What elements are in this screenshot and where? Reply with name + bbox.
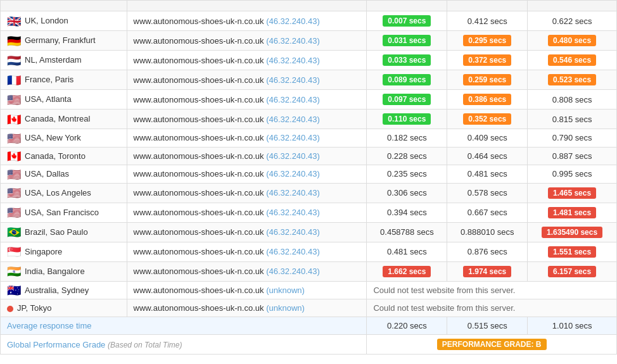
- flag-icon: 🇺🇸: [7, 170, 21, 179]
- connection-cell: 0.031 secs: [367, 31, 447, 51]
- location-cell: 🇺🇸USA, Dallas: [1, 165, 127, 184]
- website-url: www.autonomous-shoes-uk-n.co.uk: [134, 286, 264, 295]
- first-byte-cell: 0.667 secs: [447, 203, 528, 222]
- total-cell: 1.481 secs: [528, 203, 617, 222]
- location-cell: 🇺🇸USA, Los Angeles: [1, 183, 127, 203]
- website-cell: www.autonomous-shoes-uk-n.co.uk (46.32.2…: [127, 183, 367, 203]
- website-url: www.autonomous-shoes-uk-n.co.uk: [134, 208, 264, 217]
- table-row: 🇸🇬Singaporewww.autonomous-shoes-uk-n.co.…: [1, 242, 617, 261]
- website-url: www.autonomous-shoes-uk-n.co.uk: [134, 151, 264, 161]
- table-row: JP, Tokyowww.autonomous-shoes-uk-n.co.uk…: [1, 299, 617, 317]
- grade-label: Global Performance Grade (Based on Total…: [1, 335, 367, 355]
- first-byte-cell: 0.888010 secs: [447, 222, 528, 242]
- website-ip: (unknown): [266, 286, 305, 295]
- could-not-test-message: Could not test website from this server.: [367, 281, 617, 299]
- table-row: 🇨🇦Canada, Montrealwww.autonomous-shoes-u…: [1, 110, 617, 129]
- location-name: India, Bangalore: [25, 267, 85, 276]
- flag-icon: 🇺🇸: [7, 208, 21, 217]
- location-name: JP, Tokyo: [17, 303, 51, 313]
- col-header-website: [127, 1, 367, 11]
- connection-cell: 1.662 secs: [367, 261, 447, 281]
- location-cell: 🇫🇷France, Paris: [1, 70, 127, 90]
- total-cell: 0.480 secs: [528, 31, 617, 51]
- website-ip: (46.32.240.43): [266, 115, 320, 124]
- table-row: 🇺🇸USA, Dallaswww.autonomous-shoes-uk-n.c…: [1, 165, 617, 184]
- col-header-location: [1, 1, 127, 11]
- table-row: 🇺🇸USA, Los Angeleswww.autonomous-shoes-u…: [1, 183, 617, 203]
- website-cell: www.autonomous-shoes-uk-n.co.uk (46.32.2…: [127, 165, 367, 184]
- location-name: USA, New York: [25, 133, 81, 142]
- location-name: Australia, Sydney: [25, 286, 89, 295]
- flag-icon: 🇸🇬: [7, 248, 21, 256]
- location-cell: 🇬🇧UK, London: [1, 11, 127, 31]
- location-cell: 🇸🇬Singapore: [1, 242, 127, 261]
- table-row: 🇧🇷Brazil, Sao Paulowww.autonomous-shoes-…: [1, 222, 617, 242]
- total-cell: 0.546 secs: [528, 51, 617, 70]
- website-ip: (46.32.240.43): [266, 227, 320, 237]
- website-cell: www.autonomous-shoes-uk-n.co.uk (46.32.2…: [127, 31, 367, 51]
- flag-icon: 🇺🇸: [7, 189, 21, 198]
- location-name: Brazil, Sao Paulo: [25, 227, 88, 237]
- location-cell: 🇨🇦Canada, Toronto: [1, 147, 127, 165]
- location-cell: 🇳🇱NL, Amsterdam: [1, 51, 127, 70]
- website-ip: (46.32.240.43): [266, 151, 320, 161]
- website-ip: (46.32.240.43): [266, 133, 320, 142]
- website-ip: (46.32.240.43): [266, 208, 320, 217]
- location-name: Canada, Toronto: [25, 151, 86, 161]
- table-row: 🇳🇱NL, Amsterdamwww.autonomous-shoes-uk-n…: [1, 51, 617, 70]
- table-row: 🇬🇧UK, Londonwww.autonomous-shoes-uk-n.co…: [1, 11, 617, 31]
- could-not-test-message: Could not test website from this server.: [367, 299, 617, 317]
- website-cell: www.autonomous-shoes-uk-n.co.uk (46.32.2…: [127, 70, 367, 90]
- website-ip: (46.32.240.43): [266, 95, 320, 104]
- table-row: 🇫🇷France, Pariswww.autonomous-shoes-uk-n…: [1, 70, 617, 90]
- first-byte-cell: 0.578 secs: [447, 183, 528, 203]
- first-byte-cell: 0.352 secs: [447, 110, 528, 129]
- table-row: 🇺🇸USA, New Yorkwww.autonomous-shoes-uk-n…: [1, 129, 617, 147]
- website-url: www.autonomous-shoes-uk-n.co.uk: [134, 188, 264, 198]
- website-cell: www.autonomous-shoes-uk-n.co.uk (unknown…: [127, 299, 367, 317]
- flag-icon: 🇮🇳: [7, 267, 21, 276]
- website-url: www.autonomous-shoes-uk-n.co.uk: [134, 227, 264, 237]
- table-row: 🇩🇪Germany, Frankfurtwww.autonomous-shoes…: [1, 31, 617, 51]
- avg-first-byte: 0.515 secs: [447, 317, 528, 335]
- col-header-first-byte: [447, 1, 528, 11]
- website-url: www.autonomous-shoes-uk-n.co.uk: [134, 56, 264, 65]
- first-byte-cell: 0.876 secs: [447, 242, 528, 261]
- flag-icon: 🇬🇧: [7, 17, 21, 26]
- total-cell: 0.808 secs: [528, 90, 617, 110]
- first-byte-cell: 0.464 secs: [447, 147, 528, 165]
- location-name: France, Paris: [25, 75, 73, 84]
- flag-icon: 🇩🇪: [7, 37, 21, 46]
- website-ip: (46.32.240.43): [266, 36, 320, 46]
- location-name: USA, Atlanta: [25, 94, 72, 104]
- total-cell: 1.551 secs: [528, 242, 617, 261]
- website-url: www.autonomous-shoes-uk-n.co.uk: [134, 267, 264, 276]
- flag-icon: 🇦🇺: [7, 286, 21, 295]
- location-cell: 🇺🇸USA, Atlanta: [1, 90, 127, 110]
- website-cell: www.autonomous-shoes-uk-n.co.uk (46.32.2…: [127, 110, 367, 129]
- connection-cell: 0.306 secs: [367, 183, 447, 203]
- website-ip: (46.32.240.43): [266, 267, 320, 276]
- total-cell: 0.523 secs: [528, 70, 617, 90]
- location-name: UK, London: [25, 16, 68, 25]
- first-byte-cell: 0.481 secs: [447, 165, 528, 184]
- website-url: www.autonomous-shoes-uk-n.co.uk: [134, 95, 264, 104]
- first-byte-cell: 0.386 secs: [447, 90, 528, 110]
- connection-cell: 0.110 secs: [367, 110, 447, 129]
- col-header-connection: [367, 1, 447, 11]
- average-row: Average response time 0.220 secs 0.515 s…: [1, 317, 617, 335]
- website-cell: www.autonomous-shoes-uk-n.co.uk (46.32.2…: [127, 129, 367, 147]
- total-cell: 0.790 secs: [528, 129, 617, 147]
- flag-icon: 🇧🇷: [7, 228, 21, 237]
- website-url: www.autonomous-shoes-uk-n.co.uk: [134, 115, 264, 124]
- location-cell: 🇧🇷Brazil, Sao Paulo: [1, 222, 127, 242]
- website-cell: www.autonomous-shoes-uk-n.co.uk (46.32.2…: [127, 147, 367, 165]
- website-ip: (46.32.240.43): [266, 75, 320, 85]
- website-cell: www.autonomous-shoes-uk-n.co.uk (46.32.2…: [127, 242, 367, 261]
- location-name: Singapore: [25, 247, 62, 256]
- connection-cell: 0.182 secs: [367, 129, 447, 147]
- location-name: NL, Amsterdam: [25, 55, 82, 65]
- grade-label-text: Global Performance Grade: [7, 340, 105, 349]
- total-cell: 0.622 secs: [528, 11, 617, 31]
- website-cell: www.autonomous-shoes-uk-n.co.uk (unknown…: [127, 281, 367, 299]
